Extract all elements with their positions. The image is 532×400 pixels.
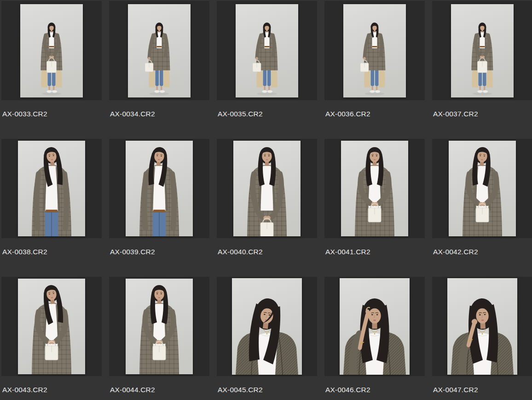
thumbnail[interactable] (217, 277, 317, 376)
filename-label[interactable]: AX-0044.CR2 (109, 386, 209, 394)
photo-preview (451, 4, 514, 97)
file-cell[interactable]: AX-0043.CR2 (1, 277, 102, 394)
thumbnail[interactable] (432, 139, 532, 238)
thumbnail[interactable] (109, 1, 209, 100)
file-cell[interactable]: AX-0034.CR2 (109, 1, 209, 118)
filename-label[interactable]: AX-0045.CR2 (217, 386, 317, 394)
photo-preview (126, 279, 193, 374)
thumbnail[interactable] (217, 1, 317, 100)
filename-label[interactable]: AX-0047.CR2 (432, 386, 532, 394)
file-cell[interactable]: AX-0039.CR2 (109, 139, 209, 256)
filename-label[interactable]: AX-0046.CR2 (324, 386, 425, 394)
photo-preview (128, 4, 191, 97)
thumbnail[interactable] (109, 277, 209, 376)
thumbnail[interactable] (432, 277, 532, 376)
thumbnail[interactable] (1, 277, 102, 376)
filename-label[interactable]: AX-0034.CR2 (109, 110, 209, 118)
thumbnail[interactable] (217, 139, 317, 238)
photo-preview (126, 141, 193, 236)
thumbnail[interactable] (324, 1, 425, 100)
thumbnail[interactable] (324, 139, 425, 238)
filename-label[interactable]: AX-0036.CR2 (324, 110, 425, 118)
photo-preview (449, 141, 516, 236)
filename-label[interactable]: AX-0038.CR2 (1, 248, 102, 256)
file-cell[interactable]: AX-0037.CR2 (432, 1, 532, 118)
photo-preview (447, 278, 517, 375)
photo-preview (232, 278, 302, 375)
file-cell[interactable]: AX-0047.CR2 (432, 277, 532, 394)
filename-label[interactable]: AX-0040.CR2 (217, 248, 317, 256)
file-cell[interactable]: AX-0044.CR2 (109, 277, 209, 394)
file-cell[interactable]: AX-0038.CR2 (1, 139, 102, 256)
file-cell[interactable]: AX-0033.CR2 (1, 1, 102, 118)
filename-label[interactable]: AX-0037.CR2 (432, 110, 532, 118)
filename-label[interactable]: AX-0041.CR2 (324, 248, 425, 256)
photo-preview (343, 4, 406, 97)
thumbnail-grid: AX-0033.CR2 (0, 0, 532, 394)
filename-label[interactable]: AX-0033.CR2 (1, 110, 102, 118)
photo-preview (236, 4, 298, 97)
thumbnail[interactable] (1, 139, 102, 238)
file-cell[interactable]: AX-0045.CR2 (217, 277, 317, 394)
filename-label[interactable]: AX-0043.CR2 (1, 386, 102, 394)
photo-preview (341, 141, 408, 236)
photo-preview (18, 279, 85, 374)
file-cell[interactable]: AX-0035.CR2 (217, 1, 317, 118)
file-cell[interactable]: AX-0040.CR2 (217, 139, 317, 256)
file-cell[interactable]: AX-0036.CR2 (324, 1, 425, 118)
thumbnail[interactable] (324, 277, 425, 376)
filename-label[interactable]: AX-0035.CR2 (217, 110, 317, 118)
filename-label[interactable]: AX-0042.CR2 (432, 248, 532, 256)
file-cell[interactable]: AX-0046.CR2 (324, 277, 425, 394)
thumbnail[interactable] (109, 139, 209, 238)
filename-label[interactable]: AX-0039.CR2 (109, 248, 209, 256)
photo-preview (20, 4, 83, 97)
photo-preview (340, 278, 410, 375)
file-cell[interactable]: AX-0042.CR2 (432, 139, 532, 256)
thumbnail[interactable] (432, 1, 532, 100)
file-cell[interactable]: AX-0041.CR2 (324, 139, 425, 256)
photo-preview (233, 141, 301, 236)
photo-preview (18, 141, 85, 236)
thumbnail[interactable] (1, 1, 102, 100)
